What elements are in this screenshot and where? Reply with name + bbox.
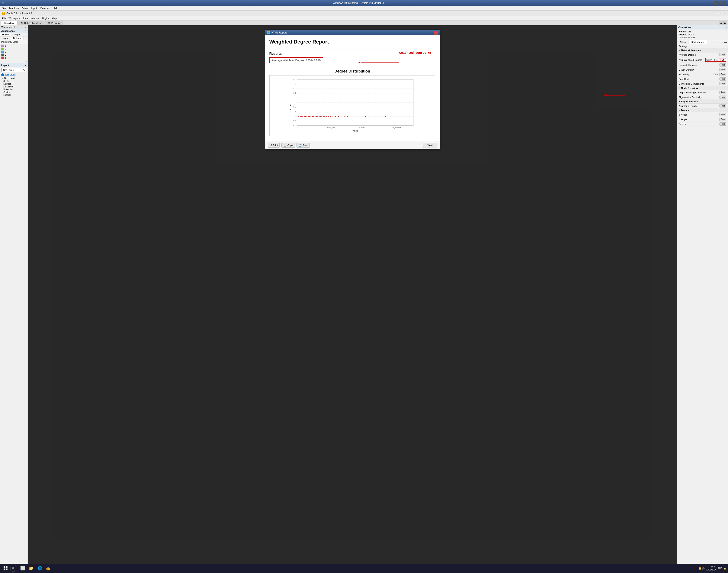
network-diameter-run[interactable]: Run bbox=[720, 63, 726, 66]
edge-overview-header[interactable]: ▼ Edge Overview bbox=[677, 100, 728, 104]
layout-close[interactable]: × bbox=[25, 64, 26, 66]
gephi-close[interactable]: × bbox=[723, 12, 726, 15]
gephi-menu-file[interactable]: File bbox=[1, 17, 7, 20]
context-nodes-row: Nodes: 231 bbox=[679, 30, 726, 33]
dynamic-header[interactable]: ▼ Dynamic bbox=[677, 108, 728, 112]
appearance-close[interactable]: × bbox=[25, 30, 26, 32]
node-overview-header[interactable]: ▼ Node Overview bbox=[677, 86, 728, 90]
os-menu-file[interactable]: File bbox=[0, 6, 7, 10]
prop-scale[interactable]: Scale bbox=[3, 80, 26, 83]
more-icon[interactable]: ≫ bbox=[25, 60, 27, 62]
window-controls[interactable]: · □ × bbox=[714, 1, 726, 5]
save-btn[interactable]: 💾 Save bbox=[297, 143, 310, 148]
chrome-icon[interactable]: 🌐 bbox=[36, 565, 44, 572]
dynamic-toggle-icon: ▼ bbox=[678, 109, 680, 111]
tab-nav-arrows[interactable]: ◀ ▶ bbox=[719, 21, 727, 25]
edges-tab[interactable]: Edges bbox=[12, 33, 23, 36]
modularity-value: 0.554 bbox=[713, 73, 719, 76]
os-menu-help[interactable]: Help bbox=[51, 6, 60, 10]
nav-right[interactable]: ▶ bbox=[723, 21, 727, 25]
y-tick-20: 2.0 bbox=[293, 106, 296, 108]
pagerank-run[interactable]: Run bbox=[720, 77, 726, 81]
gephi-window-controls[interactable]: — □ × bbox=[717, 12, 726, 15]
gephi-menu-tools[interactable]: Tools bbox=[21, 17, 30, 20]
unique-tab[interactable]: Unique bbox=[0, 37, 11, 40]
degree-dynamic-run[interactable]: Run bbox=[720, 122, 726, 125]
notifications-icon[interactable]: 🔔 bbox=[724, 567, 726, 570]
expand-label: Geo Layout bbox=[4, 77, 15, 79]
clustering-run[interactable]: Run bbox=[720, 91, 726, 94]
gephi-icon: G bbox=[2, 12, 5, 15]
os-menu-view[interactable]: View bbox=[21, 6, 30, 10]
modularity-run[interactable]: Run bbox=[720, 73, 726, 76]
search-button[interactable]: 🔍 bbox=[10, 565, 17, 572]
svg-point-39 bbox=[347, 116, 348, 117]
tab-preview[interactable]: ▤ Preview bbox=[45, 21, 63, 25]
app-icon[interactable]: ✍ bbox=[44, 565, 52, 572]
tab-data-lab[interactable]: ⊞ Data Laboratory bbox=[17, 21, 44, 25]
canvas-area[interactable]: 🌐 HTML Report × Weighted Degree Report R… bbox=[28, 25, 677, 569]
os-menu-input[interactable]: Input bbox=[30, 6, 39, 10]
gephi-menu-help[interactable]: Help bbox=[51, 17, 58, 20]
close-btn[interactable]: × bbox=[723, 1, 726, 5]
svg-point-32 bbox=[326, 116, 327, 117]
workspace-close[interactable]: × bbox=[25, 26, 26, 29]
geo-layout-select[interactable]: Geo Layout bbox=[1, 68, 26, 72]
copy-btn[interactable]: 📋 Copy bbox=[281, 143, 295, 148]
modal-title: HTML Report bbox=[271, 31, 287, 34]
connected-run[interactable]: Run bbox=[720, 82, 726, 85]
print-btn[interactable]: 🖨 Print bbox=[268, 143, 280, 148]
graph-density-run[interactable]: Run bbox=[720, 68, 726, 71]
date-display: 20/09/2016 bbox=[706, 568, 717, 571]
stats-section[interactable]: ▼ Network Overview Average Degree Run Av… bbox=[677, 48, 728, 565]
os-menu-machine[interactable]: Machine bbox=[7, 6, 20, 10]
start-button[interactable] bbox=[2, 565, 9, 572]
context-close[interactable]: × bbox=[725, 26, 727, 29]
close-modal-btn[interactable]: Close bbox=[423, 143, 437, 148]
tab-overview[interactable]: Overview bbox=[1, 21, 17, 25]
prop-projection[interactable]: Projection bbox=[3, 88, 26, 91]
y-tick-50: 5.0 bbox=[293, 79, 296, 81]
annotation-text-block: weighted degree 値 bbox=[399, 51, 431, 55]
nodes-tab[interactable]: Nodes bbox=[0, 33, 12, 36]
edges-dynamic-run[interactable]: Run bbox=[720, 118, 726, 121]
prop-center[interactable]: Center bbox=[3, 91, 26, 94]
avg-degree-run[interactable]: Run bbox=[720, 53, 726, 56]
statistics-tab[interactable]: Statistics × bbox=[689, 40, 707, 44]
path-length-run[interactable]: Run bbox=[720, 104, 726, 107]
avg-weighted-run[interactable]: Run bbox=[719, 58, 726, 61]
gephi-menu-workspace[interactable]: Workspace bbox=[7, 17, 21, 20]
context-dash[interactable]: — bbox=[688, 26, 691, 29]
gephi-maximize[interactable]: □ bbox=[720, 12, 723, 15]
gephi-minimize[interactable]: — bbox=[717, 12, 720, 15]
minimize-btn[interactable]: · bbox=[714, 1, 718, 5]
system-icons: ∧ 📶 🔊 bbox=[696, 567, 705, 570]
stats-dash[interactable]: — bbox=[723, 40, 728, 44]
task-view-icon[interactable]: ⬜ bbox=[19, 565, 27, 572]
os-menu-devices[interactable]: Devices bbox=[39, 6, 51, 10]
svg-point-33 bbox=[328, 116, 329, 117]
nodes-dynamic-run[interactable]: Run bbox=[720, 113, 726, 116]
gephi-menu-plugins[interactable]: Plugins bbox=[40, 17, 51, 20]
copy-label: Copy bbox=[287, 144, 293, 147]
workspace-tab[interactable]: Workspace 1 × bbox=[0, 25, 28, 29]
small-icon-row: ≫ bbox=[0, 60, 28, 63]
prop-longitude[interactable]: Longitude bbox=[3, 85, 26, 88]
prop-latitude[interactable]: Latitude bbox=[3, 83, 26, 85]
nav-left[interactable]: ◀ bbox=[719, 21, 723, 25]
modal-scroll[interactable]: Weighted Degree Report Results: Average … bbox=[265, 36, 439, 141]
gephi-menu-window[interactable]: Window bbox=[30, 17, 40, 20]
file-explorer-icon[interactable]: 📁 bbox=[27, 565, 35, 572]
info-btn[interactable]: i Geo Layout bbox=[0, 73, 28, 77]
eigenvector-run[interactable]: Run bbox=[720, 96, 726, 99]
filters-tab[interactable]: Filters bbox=[677, 40, 689, 44]
maximize-btn[interactable]: □ bbox=[719, 1, 722, 5]
chevron-up-icon[interactable]: ∧ bbox=[696, 567, 698, 570]
stats-tab-close[interactable]: × bbox=[703, 41, 704, 44]
modal-close-x[interactable]: × bbox=[434, 31, 438, 35]
geo-expand[interactable]: ▼ Geo Layout bbox=[0, 77, 28, 80]
attribute-tab[interactable]: Attribute bbox=[11, 37, 23, 40]
folder-icon: 📁 bbox=[29, 566, 34, 571]
network-overview-header[interactable]: ▼ Network Overview bbox=[677, 48, 728, 52]
prop-looping[interactable]: Looping bbox=[3, 94, 26, 96]
